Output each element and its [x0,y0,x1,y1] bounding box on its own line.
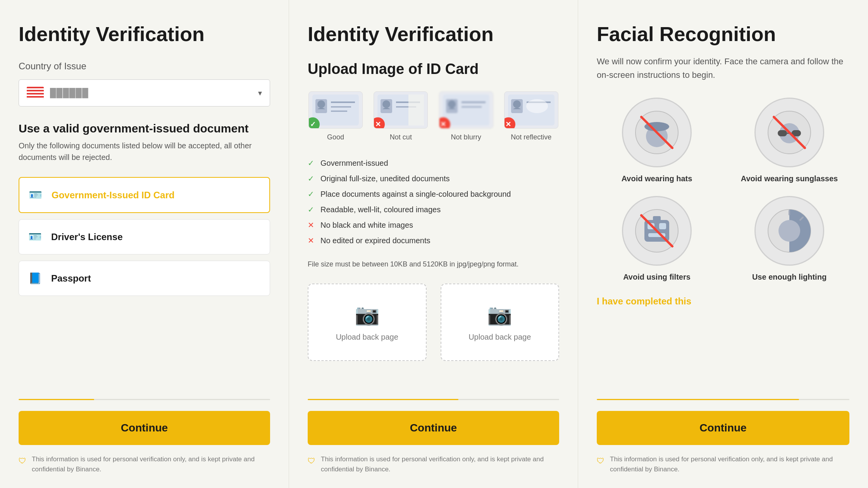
privacy-note: 🛡 This information is used for personal … [308,454,559,474]
x-icon: ✕ [308,236,314,245]
req-5: ✕No black and white images [308,217,559,233]
req-1: ✓Government-issued [308,155,559,171]
svg-point-21 [526,99,548,113]
doc-option-drivers[interactable]: 🪪 Driver's License [19,219,270,254]
upload-areas-row: 📷 Upload back page 📷 Upload back page [308,284,559,361]
doc-gov-id-label: Government-Issued ID Card [52,190,174,201]
doc-option-gov-id[interactable]: 🪪 Government-Issued ID Card [19,177,270,213]
progress-fill [308,399,458,400]
tip-glasses-circle [754,98,824,167]
svg-rect-36 [659,223,666,229]
req-6-text: No edited or expired documents [320,236,431,245]
panel3-title: Facial Recognition [597,23,849,45]
country-name: ██████ [50,88,258,98]
check-icon: ✓ [308,158,314,168]
example-not-blurry: ✕ Not blurry [438,91,494,141]
panel2-title: Identity Verification [308,23,559,45]
svg-point-8 [382,100,390,108]
country-dropdown[interactable]: ██████ ▾ [19,79,270,107]
tip-avoid-hats: Avoid wearing hats [597,98,717,184]
check-icon: ✓ [308,174,314,183]
continue-button[interactable]: Continue [19,411,270,445]
upload-subtitle: Upload Image of ID Card [308,61,559,77]
upload-area-back[interactable]: 📷 Upload back page [441,284,560,361]
check-icon: ✓ [308,205,314,214]
progress-fill [597,399,799,400]
privacy-note: 🛡 This information is used for personal … [19,454,270,474]
drivers-license-icon: 🪪 [28,230,42,243]
requirements-list: ✓Government-issued ✓Original full-size, … [308,155,559,248]
req-6: ✕No edited or expired documents [308,233,559,248]
x-icon: ✕ [308,220,314,230]
privacy-note: 🛡 This information is used for personal … [597,454,849,474]
country-label: Country of Issue [19,61,270,72]
tip-avoid-glasses: Avoid wearing sunglasses [729,98,849,184]
panel-facial-recognition: Facial Recognition We will now confirm y… [578,0,868,488]
camera-icon: 📷 [318,303,417,326]
example-not-blurry-img: ✕ [439,91,493,129]
example-good-img: ✓ [308,91,363,129]
example-not-cut: ✕ Not cut [373,91,429,141]
doc-drivers-label: Driver's License [51,232,122,242]
tip-avoid-filters: Avoid using filters [597,196,717,282]
example-not-reflective-label: Not reflective [503,133,559,141]
progress-bar [19,399,270,400]
svg-point-41 [778,220,800,242]
chevron-down-icon: ▾ [258,88,262,98]
req-3-text: Place documents against a single-coloure… [320,190,511,199]
req-4: ✓Readable, well-lit, coloured images [308,202,559,217]
facial-desc: We will now confirm your identity. Face … [597,55,849,82]
shield-icon: 🛡 [19,455,26,467]
svg-rect-29 [778,130,787,136]
example-not-cut-label: Not cut [373,133,429,141]
id-card-icon: 🪪 [29,189,42,201]
svg-point-19 [513,100,521,108]
req-5-text: No black and white images [320,221,413,230]
req-3: ✓Place documents against a single-colour… [308,186,559,202]
panel-identity-upload: Identity Verification Upload Image of ID… [289,0,578,488]
privacy-text: This information is used for personal ve… [32,454,270,474]
doc-passport-label: Passport [51,273,91,284]
continue-button[interactable]: Continue [308,411,559,445]
id-examples-row: ✓ Good ✕ [308,91,559,141]
req-2: ✓Original full-size, unedited documents [308,171,559,186]
req-2-text: Original full-size, unedited documents [320,174,450,183]
panel-identity-country: Identity Verification Country of Issue █… [0,0,289,488]
shield-icon: 🛡 [597,455,604,467]
svg-point-5 [317,100,325,108]
doc-subtext: Only the following documents listed belo… [19,140,270,163]
example-not-blurry-label: Not blurry [438,133,494,141]
tip-glasses-label: Avoid wearing sunglasses [729,174,849,184]
tip-filters-circle [622,196,692,266]
progress-bar [597,399,849,400]
tip-hat-label: Avoid wearing hats [597,174,717,184]
panel3-bottom-bar: Continue 🛡 This information is used for … [578,387,868,488]
continue-button[interactable]: Continue [597,411,849,445]
panel1-bottom-bar: Continue 🛡 This information is used for … [0,387,289,488]
facial-tips-grid: Avoid wearing hats Avoid wearing sungla [597,98,849,282]
privacy-text: This information is used for personal ve… [321,454,559,474]
doc-option-passport[interactable]: 📘 Passport [19,261,270,296]
completed-link[interactable]: I have completed this [597,296,849,307]
svg-rect-11 [408,95,424,125]
camera-icon: 📷 [451,303,549,326]
upload-back-label: Upload back page [451,333,549,342]
req-4-text: Readable, well-lit, coloured images [320,205,441,214]
panel2-bottom-bar: Continue 🛡 This information is used for … [289,387,578,488]
upload-area-front[interactable]: 📷 Upload back page [308,284,427,361]
country-flag [27,87,44,99]
upload-front-label: Upload back page [318,333,417,342]
progress-bar [308,399,559,400]
tip-lighting-circle [754,196,824,266]
file-size-note: File size must be between 10KB and 5120K… [308,259,559,270]
example-good: ✓ Good [308,91,363,141]
panel1-title: Identity Verification [19,23,270,45]
svg-point-14 [448,100,456,108]
shield-icon: 🛡 [308,455,315,467]
tip-filters-label: Avoid using filters [597,272,717,282]
tip-lighting-label: Use enough lighting [729,272,849,282]
check-icon: ✓ [308,189,314,199]
example-not-cut-img: ✕ [374,91,428,129]
tip-hat-circle [622,98,692,167]
progress-fill [19,399,94,400]
